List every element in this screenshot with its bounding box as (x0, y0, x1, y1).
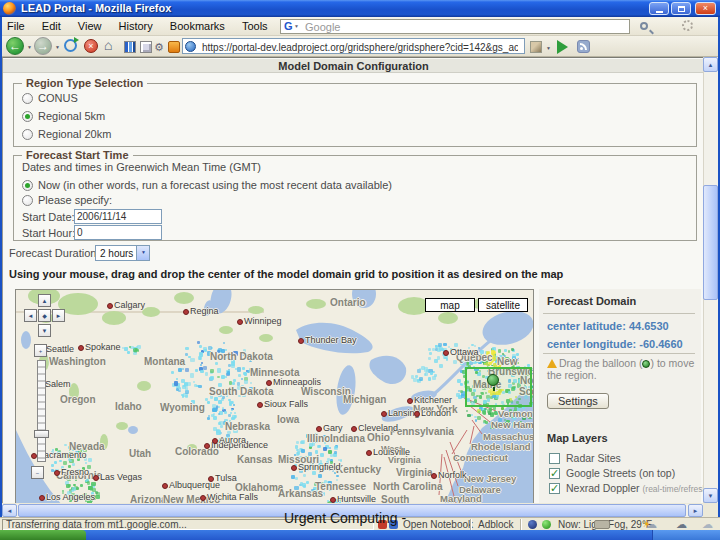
model-domain-grid-box[interactable] (465, 367, 532, 407)
scroll-right-button[interactable]: ► (688, 504, 703, 517)
radio-now[interactable]: Now (in other words, run a forecast usin… (22, 179, 392, 194)
title-bar[interactable]: LEAD Portal - Mozilla Firefox × (0, 0, 720, 17)
fog-image-icon[interactable] (594, 520, 610, 529)
layer-nexrad-doppler[interactable]: Nexrad Doppler (real-time/refreshed) (549, 482, 703, 496)
scrollbar-corner (703, 504, 718, 517)
map-city-label: Minneapolis (273, 377, 321, 387)
back-dropdown-icon[interactable]: ▼ (27, 44, 32, 50)
online-status-icon[interactable] (542, 520, 551, 529)
map-state-label: Pennsylvania (390, 426, 454, 437)
url-input[interactable] (200, 41, 520, 54)
search-engine-dropdown-icon[interactable]: ▼ (294, 23, 299, 29)
radio-icon[interactable] (22, 129, 33, 140)
pan-right-button[interactable]: ► (52, 309, 65, 322)
satellite-view-button[interactable]: satellite (478, 298, 528, 312)
url-bar[interactable] (182, 38, 525, 54)
menu-edit[interactable]: Edit (35, 17, 68, 32)
map-city-label: Huntsville (337, 494, 376, 503)
radio-icon[interactable] (22, 93, 33, 104)
radio-icon[interactable] (22, 195, 33, 206)
checkbox-icon[interactable] (549, 453, 560, 464)
scroll-up-button[interactable]: ▲ (703, 57, 718, 72)
scroll-down-button[interactable]: ▼ (703, 488, 718, 503)
menu-bookmarks[interactable]: Bookmarks (163, 17, 232, 32)
checkbox-checked-icon[interactable] (549, 483, 560, 494)
map-city-label: Salem (45, 379, 71, 389)
radio-regional-20km[interactable]: Regional 20km (22, 128, 111, 143)
firefox-window: LEAD Portal - Mozilla Firefox × File Edi… (0, 0, 720, 540)
radio-regional-5km[interactable]: Regional 5km (22, 110, 105, 125)
globe-status-icon[interactable] (528, 520, 537, 529)
url-history-dropdown-icon[interactable]: ▼ (546, 45, 551, 51)
map-city-label: Seattle (46, 344, 74, 354)
adblock-label[interactable]: Adblock (478, 519, 514, 530)
radio-please-specify[interactable]: Please specify: (22, 194, 112, 209)
rss-feed-icon[interactable] (577, 40, 590, 53)
menu-view[interactable]: View (71, 17, 109, 32)
map-city-label: Winnipeg (244, 316, 282, 326)
scroll-left-button[interactable]: ◄ (2, 504, 17, 517)
google-logo-icon: G (284, 20, 293, 32)
map-state-label: Ohio (367, 432, 390, 443)
domain-balloon-marker[interactable] (487, 374, 499, 386)
pan-center-button[interactable]: ◆ (38, 309, 51, 322)
radio-conus[interactable]: CONUS (22, 92, 78, 107)
map-city-label: Las Vegas (100, 472, 142, 482)
radio-checked-icon[interactable] (22, 180, 33, 191)
forecast-start-legend: Forecast Start Time (22, 149, 133, 161)
map-city-label: Louisville (373, 447, 410, 457)
gear-icon[interactable]: ⚙ (154, 41, 164, 53)
checkbox-checked-icon[interactable] (549, 468, 560, 479)
divider (543, 353, 695, 354)
warning-icon (547, 359, 557, 368)
map-state-label: Arizona (130, 494, 167, 503)
map-state-label: Iowa (277, 414, 299, 425)
minimize-button[interactable] (649, 2, 669, 15)
menu-tools[interactable]: Tools (235, 17, 275, 32)
layer-radar-sites[interactable]: Radar Sites (549, 452, 621, 466)
divider (543, 313, 695, 314)
pan-down-button[interactable]: ▼ (38, 324, 51, 337)
reload-button[interactable] (64, 39, 77, 52)
map-state-label: South Dakota (209, 386, 273, 397)
layer-google-streets[interactable]: Google Streets (on top) (549, 467, 675, 481)
menu-history[interactable]: History (112, 17, 160, 32)
home-button[interactable]: ⌂ (104, 37, 112, 53)
zoom-slider-thumb[interactable] (34, 430, 49, 438)
pan-left-button[interactable]: ◄ (24, 309, 37, 322)
start-date-input[interactable] (74, 209, 162, 224)
zoom-slider-track[interactable] (37, 360, 46, 462)
vertical-scrollbar[interactable]: ▲ ▼ (703, 57, 718, 503)
close-button[interactable]: × (695, 2, 716, 15)
chevron-down-icon[interactable]: ▼ (136, 246, 149, 260)
restore-button[interactable] (671, 2, 691, 15)
pan-up-button[interactable]: ▲ (38, 294, 51, 307)
open-notebook-label[interactable]: Open Notebook (403, 519, 473, 530)
start-button-fragment[interactable] (0, 530, 86, 540)
radio-checked-icon[interactable] (22, 111, 33, 122)
google-map[interactable]: WashingtonOregonIdahoMontanaWyomingNorth… (15, 289, 534, 503)
forecast-duration-select[interactable]: 2 hours ▼ (95, 245, 150, 261)
extension-icon[interactable] (140, 41, 152, 53)
edit-url-icon[interactable] (530, 41, 542, 53)
vertical-scroll-thumb[interactable] (703, 185, 718, 300)
start-hour-label: Start Hour: (22, 227, 75, 239)
start-hour-input[interactable] (74, 225, 162, 240)
stop-button[interactable]: × (84, 39, 98, 53)
search-icon[interactable] (640, 22, 648, 30)
forward-button[interactable]: → (34, 37, 52, 55)
map-view-button[interactable]: map (425, 298, 475, 312)
back-button[interactable]: ← (6, 37, 24, 55)
map-state-label: Kansas (237, 454, 273, 465)
map-state-label: Indiana (330, 433, 365, 444)
drag-balloon-warning: Drag the balloon () to move the region. (547, 357, 695, 381)
chart-extension-icon[interactable] (124, 41, 136, 53)
menu-file[interactable]: File (0, 17, 32, 32)
settings-button[interactable]: Settings (547, 393, 609, 409)
zoom-out-button[interactable]: − (31, 466, 44, 479)
forward-dropdown-icon[interactable]: ▼ (55, 44, 60, 50)
google-search-input[interactable]: G ▼ Google (280, 19, 630, 34)
go-button[interactable] (557, 40, 575, 54)
zoom-in-button[interactable]: + (34, 344, 47, 357)
delicious-extension-icon[interactable] (168, 41, 180, 53)
